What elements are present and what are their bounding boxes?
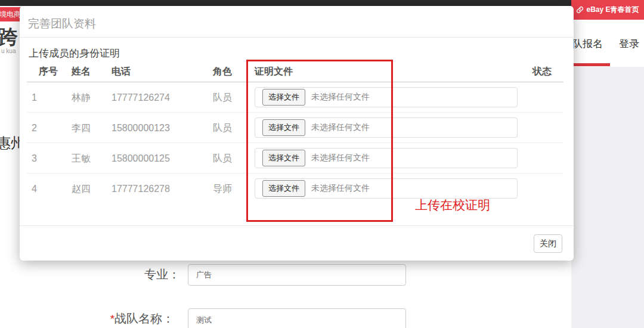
cell-no: 1 <box>32 82 37 113</box>
col-header-name: 姓名 <box>72 66 91 82</box>
link-icon <box>576 6 584 14</box>
cell-role: 队员 <box>213 143 232 174</box>
team-name-label-text: 战队名称： <box>114 312 174 325</box>
file-input[interactable]: 选择文件 未选择任何文件 <box>255 178 518 199</box>
annotation-text: 上传在校证明 <box>415 197 490 213</box>
cell-phone: 17777126274 <box>112 82 170 113</box>
col-header-proof-file: 证明文件 <box>255 66 293 82</box>
cell-name: 王敏 <box>72 143 91 174</box>
team-name-input[interactable]: 测试 <box>188 308 406 328</box>
table-row: 1 林静 17777126274 队员 选择文件 未选择任何文件 <box>27 82 564 113</box>
col-header-phone: 电话 <box>112 66 131 82</box>
major-input[interactable]: 广告 <box>188 264 406 286</box>
cell-role: 队员 <box>213 82 232 113</box>
cell-no: 2 <box>32 113 37 143</box>
no-file-chosen-text: 未选择任何文件 <box>311 92 370 103</box>
table-row: 2 李四 15800000123 队员 选择文件 未选择任何文件 <box>27 113 564 143</box>
file-input[interactable]: 选择文件 未选择任何文件 <box>255 87 518 107</box>
choose-file-button[interactable]: 选择文件 <box>262 119 305 136</box>
nav-active-underline <box>571 63 610 66</box>
nav-item-team-signup[interactable]: 队报名 <box>572 37 603 51</box>
nav-item-login[interactable]: 登录 <box>619 37 639 51</box>
cell-role: 队员 <box>213 113 232 143</box>
modal-footer-divider <box>20 225 574 226</box>
cell-name: 赵四 <box>72 174 91 204</box>
logo-pinyin: u kua <box>1 48 16 54</box>
choose-file-button[interactable]: 选择文件 <box>262 180 305 197</box>
major-label: 专业： <box>95 267 180 283</box>
col-header-no: 序号 <box>39 66 58 82</box>
cell-phone: 15800000125 <box>112 143 170 174</box>
cell-name: 李四 <box>72 113 91 143</box>
no-file-chosen-text: 未选择任何文件 <box>311 122 370 133</box>
cell-phone: 17777126278 <box>112 174 170 204</box>
col-header-status: 状态 <box>532 66 552 82</box>
complete-team-info-modal: 完善团队资料 上传成员的身份证明 序号 姓名 电话 角色 证明文件 状态 1 林… <box>20 6 574 261</box>
close-button[interactable]: 关闭 <box>534 234 562 253</box>
banner-label: eBay E青春首页 <box>586 5 639 15</box>
cell-phone: 15800000123 <box>112 113 170 143</box>
file-input[interactable]: 选择文件 未选择任何文件 <box>255 117 518 138</box>
choose-file-button[interactable]: 选择文件 <box>262 150 305 166</box>
team-name-label: *战队名称： <box>110 311 174 327</box>
cell-role: 导师 <box>213 174 232 204</box>
ebay-home-banner[interactable]: eBay E青春首页 <box>571 0 644 20</box>
cell-no: 4 <box>32 174 37 204</box>
upload-id-section-label: 上传成员的身份证明 <box>29 47 120 60</box>
no-file-chosen-text: 未选择任何文件 <box>311 183 370 194</box>
cell-name: 林静 <box>72 82 91 113</box>
page-right-background <box>571 67 644 328</box>
no-file-chosen-text: 未选择任何文件 <box>311 153 370 163</box>
logo-text: 跨 <box>0 26 18 48</box>
modal-title: 完善团队资料 <box>28 16 96 32</box>
choose-file-button[interactable]: 选择文件 <box>262 89 305 106</box>
page: 境电商 跨: u kua 队报名 登录 惠州 专业： 广告 *战队名称： 测试 … <box>0 0 644 328</box>
table-row: 3 王敏 15800000125 队员 选择文件 未选择任何文件 <box>27 143 564 174</box>
col-header-role: 角色 <box>213 66 232 82</box>
cell-no: 3 <box>32 143 37 174</box>
required-asterisk: * <box>110 313 114 325</box>
file-input[interactable]: 选择文件 未选择任何文件 <box>255 148 518 168</box>
modal-title-divider <box>20 37 574 38</box>
top-dark-bar <box>0 0 644 6</box>
